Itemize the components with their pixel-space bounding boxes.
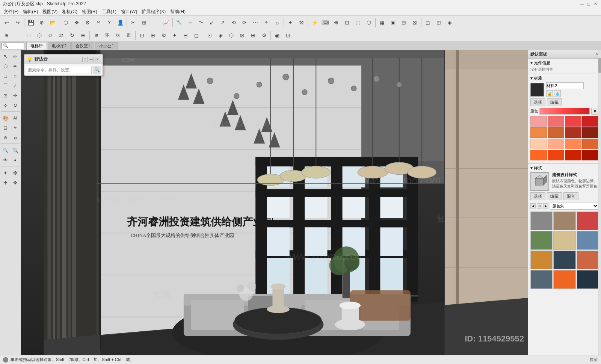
color-swatch-3[interactable] (582, 116, 599, 127)
scene-tab-elevator-hall2[interactable]: 电梯厅2 (48, 42, 71, 50)
tb-btn-23[interactable]: ⚡ (309, 17, 320, 28)
style-select-btn[interactable]: 选择 (530, 192, 545, 200)
tb2-btn-18[interactable]: ⊠ (237, 30, 248, 41)
tb2-btn-9[interactable]: ⊡ (137, 30, 147, 41)
color-swatch-6[interactable] (565, 127, 581, 138)
zhida-close-button[interactable]: ✕ (95, 57, 100, 62)
scene-tab-conference1[interactable]: 会议室1 (71, 42, 94, 50)
tb2-btn-15[interactable]: ⊡ (204, 30, 215, 41)
color-swatch-1[interactable] (548, 116, 564, 127)
measure-tool[interactable]: AI (11, 113, 20, 122)
minimize-button[interactable]: — (579, 2, 584, 7)
undo-button[interactable]: ↩ (2, 17, 12, 28)
style-thumb-5[interactable] (577, 231, 599, 250)
tb2-btn-16[interactable]: ◈ (215, 30, 226, 41)
material-edit-btn[interactable]: 编辑 (547, 98, 562, 106)
tb2-btn-19[interactable]: ⊞ (248, 30, 258, 41)
tb-btn-26[interactable]: ⊡ (342, 17, 352, 28)
zoom-tool[interactable]: 🔍 (11, 146, 20, 155)
tb-btn-17[interactable]: ⟳ (239, 17, 250, 28)
tb2-view-grid[interactable]: ⊞ (91, 30, 101, 41)
color-swatch-0[interactable] (530, 116, 547, 127)
arc-tool[interactable]: ⌒ (1, 81, 10, 90)
style-thumb-4[interactable] (553, 231, 575, 250)
style-thumb-0[interactable] (530, 211, 553, 230)
viewport[interactable]: 齐河睿洲投资建筑供给侧产业园 CHINA全国最大规格的供给侧综合性实体产业园 (21, 50, 528, 355)
line-tool[interactable]: ∕ (11, 81, 20, 90)
style-next-btn[interactable]: ▶ (543, 203, 548, 208)
color-swatch-15[interactable] (582, 150, 599, 160)
menu-item-编辑[interactable]: 编辑(E) (21, 8, 40, 15)
scale-tool[interactable]: ⊹ (1, 101, 10, 110)
tb2-view-solid[interactable]: 环 (102, 30, 112, 41)
style-thumb-6[interactable] (530, 251, 553, 269)
tb2-btn-12[interactable]: ✦ (169, 30, 180, 41)
new-button[interactable]: ⊕ (36, 17, 47, 28)
tb2-btn-17[interactable]: ⬡ (226, 30, 237, 41)
zhida-restore-button[interactable]: □ (82, 57, 88, 62)
tb-btn-1[interactable]: ⬡ (60, 17, 71, 28)
style-thumb-8[interactable] (577, 251, 599, 269)
section-fill-tool[interactable]: ✥ (11, 178, 20, 187)
push-pull-tool[interactable]: ⊡ (1, 91, 10, 100)
offset-tool[interactable]: ⊟ (1, 123, 10, 132)
tb-btn-29[interactable]: ▦ (377, 17, 387, 28)
style-edit-btn[interactable]: 编辑 (547, 192, 562, 200)
color-swatch-12[interactable] (530, 150, 547, 160)
menu-item-工具[interactable]: 工具(T) (100, 8, 119, 15)
menu-item-帮助[interactable]: 帮助(H) (168, 8, 188, 15)
menu-item-扩展程序[interactable]: 扩展程序(X) (139, 8, 168, 15)
color-swatch-9[interactable] (548, 139, 564, 149)
tb-btn-13[interactable]: 〜 (196, 17, 206, 28)
tb2-btn-21[interactable]: ◉ (272, 30, 282, 41)
axis-tool[interactable]: ⌀ (11, 133, 20, 142)
color-swatch-11[interactable] (582, 139, 599, 149)
tb-btn-27[interactable]: ◌ (353, 17, 363, 28)
tb2-view-wire[interactable]: 模 (113, 30, 123, 41)
material-color-picker[interactable] (539, 108, 590, 115)
style-thumb-2[interactable] (577, 211, 599, 230)
rect-tool[interactable]: □ (1, 71, 10, 80)
tb2-btn-11[interactable]: ⚙ (159, 30, 169, 41)
style-collection-dropdown[interactable]: 颜色集 (550, 202, 599, 210)
tb2-btn-7[interactable]: ↻ (67, 30, 77, 41)
tape-tool[interactable]: ⌖ (11, 123, 20, 132)
tb-btn-35[interactable]: ◈ (444, 17, 455, 28)
look-around-tool[interactable]: ● (11, 156, 20, 165)
tb-btn-18[interactable]: ⋯ (250, 17, 261, 28)
save-button[interactable]: 💾 (26, 17, 36, 28)
tb-btn-22[interactable]: ⚒ (296, 17, 307, 28)
tb-btn-21[interactable]: ✦ (285, 17, 296, 28)
scene-tab-elevator-hall[interactable]: 电梯厅 (26, 42, 47, 50)
tb2-btn-10[interactable]: ⊞ (148, 30, 158, 41)
color-swatch-10[interactable] (565, 139, 581, 149)
redo-button[interactable]: ↩ (12, 17, 23, 28)
tb-btn-30[interactable]: ▣ (388, 17, 398, 28)
section-cut-tool[interactable]: ✣ (1, 178, 10, 187)
color-swatch-2[interactable] (565, 116, 581, 127)
tb2-btn-22[interactable]: ⊡ (283, 30, 293, 41)
color-swatch-14[interactable] (565, 150, 581, 160)
material-select-btn[interactable]: 选择 (530, 98, 545, 106)
material-tool[interactable]: 🎨 (1, 113, 10, 122)
tb-btn-16[interactable]: ⟲ (228, 17, 239, 28)
material-color-btn[interactable]: ▼ (591, 108, 599, 115)
tb-btn-10[interactable]: 📈 (161, 17, 171, 28)
tb-btn-11[interactable]: 🔧 (174, 17, 184, 28)
protractor-tool[interactable]: ⊙ (1, 133, 10, 142)
zhida-search-input[interactable] (26, 66, 92, 74)
section-tool[interactable]: ✦ (1, 168, 10, 177)
tb2-btn-2[interactable]: — (12, 30, 23, 41)
tb-btn-8[interactable]: ⊞ (139, 17, 149, 28)
tb-btn-9[interactable]: — (150, 17, 160, 28)
menu-item-文件[interactable]: 文件(F) (2, 8, 21, 15)
pencil-tool[interactable]: ✒ (11, 62, 20, 71)
menu-item-绘图[interactable]: 绘图(R) (80, 8, 100, 15)
rotate-tool[interactable]: ↻ (11, 101, 20, 110)
tb2-btn-8[interactable]: ⊕ (78, 30, 88, 41)
style-thumb-11[interactable] (577, 270, 599, 289)
style-home-btn[interactable]: ⊙ (537, 203, 542, 208)
tb-btn-14[interactable]: ↙ (207, 17, 217, 28)
eraser-tool[interactable]: ⬡ (1, 62, 10, 71)
tb-btn-15[interactable]: ↗ (217, 17, 228, 28)
